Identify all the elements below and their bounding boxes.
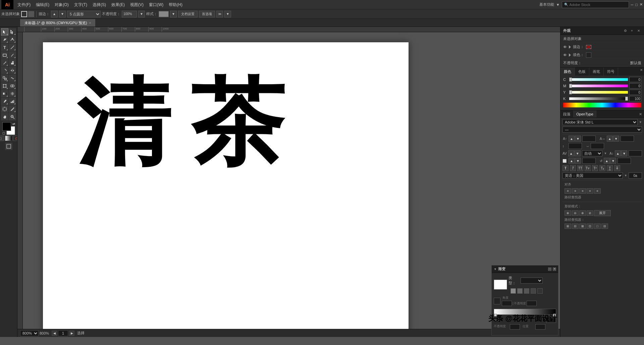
page-input[interactable] (58, 330, 68, 336)
font-family-select[interactable]: Adobe 宋体 Std L (562, 119, 638, 125)
opacity-type-input[interactable]: 0% (582, 158, 596, 164)
kerning-dropdown-icon[interactable]: ▼ (604, 152, 607, 155)
none-mode-btn[interactable]: ∅ (13, 136, 18, 141)
appearance-panel-header[interactable]: 外观 ⚙ + ✕ (560, 27, 644, 35)
gradient-panel-header[interactable]: ▼ 渐变 ─ ✕ (492, 265, 558, 273)
m-slider-thumb[interactable] (569, 84, 572, 88)
m-slider-track[interactable] (569, 85, 628, 87)
sub-btn[interactable]: T₂ (599, 165, 605, 171)
k-value-input[interactable] (629, 96, 641, 101)
c-value-input[interactable] (629, 77, 641, 82)
pf-crop-btn[interactable]: ⊡ (587, 224, 593, 229)
menu-help[interactable]: 帮助(H) (166, 0, 185, 9)
grad-location-input[interactable] (546, 317, 556, 323)
grad-track[interactable] (494, 309, 556, 315)
opacity-dropdown[interactable]: ▼ (138, 11, 145, 17)
appearance-new-btn[interactable]: + (629, 28, 635, 34)
small-caps-btn[interactable]: Tᴛ (585, 165, 591, 171)
scale-tool[interactable] (1, 75, 8, 82)
lang-dropdown-icon[interactable]: ▼ (624, 174, 627, 177)
kerning-select[interactable]: 自动 (582, 150, 603, 156)
align-left-btn[interactable]: ≡ (565, 188, 571, 194)
font-style-select[interactable]: — (562, 127, 642, 133)
zoom-tool[interactable] (9, 113, 16, 120)
gradient-tool[interactable] (1, 90, 8, 97)
fill-visibility-icon[interactable]: 👁 (563, 53, 567, 57)
rotation-input[interactable]: 0° (618, 158, 631, 164)
mesh-tool[interactable] (9, 90, 16, 97)
type-tool[interactable]: T (1, 44, 8, 51)
type-tab-char[interactable]: 段落 (560, 110, 574, 117)
stroke-down-btn[interactable]: ▼ (59, 11, 66, 17)
pf-outline-btn[interactable]: □ (594, 224, 601, 229)
toolbar-extra-btn[interactable]: ≫ (216, 11, 223, 17)
font-size-up[interactable]: ▲ (569, 136, 575, 142)
shape-unite-btn[interactable]: ⊕ (565, 210, 571, 216)
char-width-input[interactable]: (14.4) (621, 136, 634, 142)
change-screen-mode[interactable] (5, 143, 12, 150)
grad-black-swatch[interactable] (494, 298, 500, 304)
grad-bottom-opacity-input[interactable] (510, 324, 520, 330)
language-select[interactable]: 英语：美国 (562, 172, 623, 179)
expand-btn[interactable]: 展开 (594, 210, 611, 216)
preferences-btn[interactable]: 首选项 (199, 11, 215, 17)
stroke-expand-icon[interactable] (569, 45, 571, 49)
rotation-up[interactable]: ▲ (604, 158, 610, 164)
grad-type-select[interactable] (521, 278, 543, 284)
pen-tool[interactable] (1, 36, 8, 43)
line-tool[interactable] (9, 44, 16, 51)
fg-color-swatch[interactable] (2, 122, 11, 131)
kerning-up[interactable]: ▲ (568, 150, 574, 156)
zoom-select[interactable]: 800% (20, 330, 39, 336)
search-box[interactable]: 🔍 (562, 1, 629, 8)
opacity-type-down[interactable]: ▼ (575, 158, 581, 164)
gradient-collapse-icon[interactable]: ▼ (494, 267, 497, 271)
baseline-down[interactable]: ▼ (621, 150, 627, 156)
leading-input[interactable]: 100% (569, 143, 582, 149)
grad-icon-1[interactable] (511, 288, 516, 294)
warp-tool[interactable] (9, 75, 16, 82)
swap-colors-icon[interactable]: ⇄ (12, 122, 15, 126)
k-slider-track[interactable] (569, 97, 628, 100)
align-right-btn[interactable]: ≡ (579, 188, 586, 194)
eyedropper-tool[interactable] (1, 98, 8, 105)
align-justify-last-btn[interactable]: ≡ (594, 188, 601, 194)
opacity-input[interactable] (122, 11, 137, 17)
paintbrush-tool[interactable] (9, 51, 16, 59)
type-tab-opentype[interactable]: OpenType (574, 110, 596, 117)
grad-stop-left[interactable] (494, 314, 497, 316)
y-slider-thumb[interactable] (569, 90, 572, 94)
shape-intersect-btn[interactable]: ⊗ (579, 210, 586, 216)
stroke-type-select[interactable]: 5 点圆形 (67, 11, 101, 17)
chart-tool[interactable] (9, 98, 16, 105)
direct-selection-tool[interactable] (9, 28, 16, 36)
align-justify-btn[interactable]: ≡ (587, 188, 593, 194)
hand-tool[interactable] (1, 113, 8, 120)
gradient-mode-btn[interactable] (5, 136, 12, 141)
caps-btn[interactable]: TT (577, 165, 583, 171)
lang-extra-input[interactable] (629, 172, 642, 179)
document-tab[interactable]: 未标题-1* @ 800% (CMYK/GPU 预览) × (20, 19, 95, 27)
next-page-btn[interactable]: ▶ (69, 331, 74, 336)
menu-view[interactable]: 视图(V) (127, 0, 146, 9)
font-size-input[interactable]: 12 pt (582, 136, 596, 142)
reflect-tool[interactable] (9, 67, 16, 74)
opacity-type-up[interactable]: ▲ (569, 158, 575, 164)
tab-swatches[interactable]: 色板 (575, 67, 589, 76)
grad-preview-swatch[interactable] (494, 280, 507, 290)
char-width-up[interactable]: ▲ (607, 136, 613, 142)
strikethrough-btn[interactable]: T (614, 165, 620, 171)
grad-stop-right[interactable] (553, 314, 556, 316)
style-dropdown[interactable]: ▼ (170, 11, 177, 17)
menu-edit[interactable]: 编辑(E) (33, 0, 52, 9)
menu-type[interactable]: 文字(T) (71, 0, 90, 9)
fill-expand-icon[interactable] (569, 53, 571, 57)
rotate-tool[interactable] (1, 67, 8, 74)
color-panel-close-btn[interactable]: ✕ (639, 67, 644, 73)
baseline-up[interactable]: ▲ (615, 150, 621, 156)
char-width-down[interactable]: ▼ (613, 136, 619, 142)
stroke-up-btn[interactable]: ▲ (51, 11, 58, 17)
grad-angle-input[interactable] (502, 301, 512, 306)
artboard-tool[interactable] (1, 105, 8, 113)
y-slider-track[interactable] (569, 91, 628, 94)
